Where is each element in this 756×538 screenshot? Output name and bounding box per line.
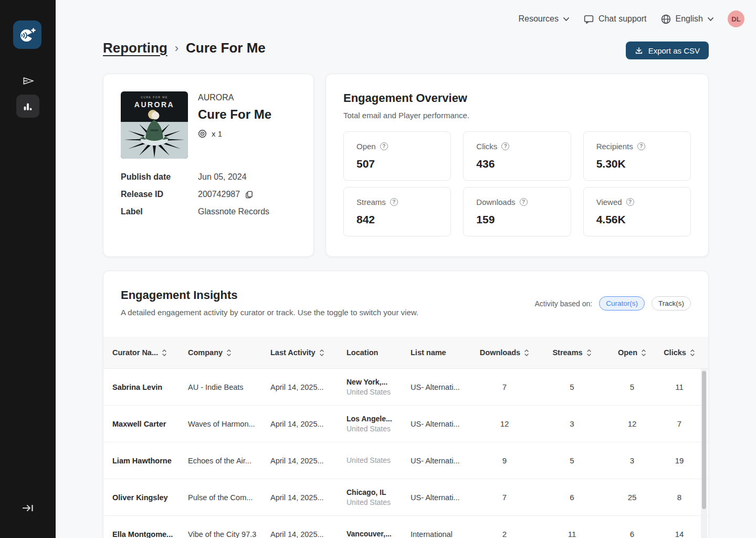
table-row[interactable]: Oliver Kingsley Pulse of the Com... Apri… [103, 479, 708, 516]
stat-viewed: Viewed? 4.56K [583, 187, 691, 236]
engagement-overview-card: Engagement Overview Total email and Play… [326, 74, 709, 257]
svg-text:AURORA: AURORA [134, 100, 174, 109]
column-header-last-activity[interactable]: Last Activity [270, 348, 346, 357]
clicks-cell: 19 [658, 456, 700, 465]
sort-icon [641, 349, 646, 357]
stat-value: 842 [356, 213, 438, 226]
breadcrumb-reporting-link[interactable]: Reporting [103, 40, 167, 56]
help-icon[interactable]: ? [520, 198, 528, 206]
location-cell: Vancouver,... [346, 529, 411, 538]
last-activity-cell: April 14, 2025... [270, 493, 346, 502]
company-cell: Pulse of the Com... [188, 493, 270, 502]
downloads-cell: 7 [471, 382, 538, 391]
column-header-clicks[interactable]: Clicks [658, 348, 700, 357]
streams-cell: 5 [538, 382, 606, 391]
release-id-label: Release ID [121, 190, 198, 199]
list-name-cell: US- Alternati... [411, 420, 471, 428]
main-content: Resources Chat support Eng [56, 0, 756, 538]
downloads-cell: 7 [471, 493, 538, 502]
help-icon[interactable]: ? [501, 142, 509, 150]
release-title: Cure For Me [198, 107, 271, 122]
language-label: English [676, 14, 703, 24]
company-cell: Echoes of the Air... [188, 457, 270, 465]
column-header-open[interactable]: Open [606, 348, 658, 357]
column-header-company[interactable]: Company [188, 348, 270, 357]
table-scrollbar-thumb[interactable] [702, 371, 706, 509]
publish-date-label: Publish date [121, 172, 198, 182]
help-icon[interactable]: ? [390, 198, 398, 206]
album-art: CURE FOR ME AURORA [121, 91, 188, 159]
help-icon[interactable]: ? [626, 198, 634, 206]
engagement-table: Curator Na... Company Last Activity Loca… [103, 337, 708, 538]
curator-name-cell: Sabrina Levin [112, 383, 188, 391]
resources-menu[interactable]: Resources [518, 14, 569, 24]
stat-label: Recipients [596, 142, 633, 151]
sort-icon [319, 349, 324, 357]
activity-based-on-label: Activity based on: [535, 299, 593, 308]
sort-icon [524, 349, 529, 357]
column-header-downloads[interactable]: Downloads [471, 348, 538, 357]
breadcrumb: Reporting › Cure For Me [103, 40, 266, 56]
location-cell: Chicago, IL United States [346, 488, 411, 508]
stat-label: Streams [356, 198, 386, 206]
copy-icon[interactable] [245, 190, 254, 199]
stat-open: Open? 507 [343, 131, 451, 181]
page-title: Cure For Me [186, 40, 266, 56]
table-row[interactable]: Liam Hawthorne Echoes of the Air... Apri… [103, 442, 708, 479]
export-csv-button[interactable]: Export as CSV [626, 42, 709, 59]
table-row[interactable]: Sabrina Levin AU - Indie Beats April 14,… [103, 369, 708, 406]
streams-cell: 6 [538, 493, 606, 502]
stat-label: Viewed [596, 198, 622, 206]
track-count-label: x 1 [212, 129, 222, 138]
open-cell: 3 [606, 456, 658, 465]
sort-icon [586, 349, 592, 357]
help-icon[interactable]: ? [380, 142, 388, 150]
send-icon [20, 74, 35, 88]
column-header-curator-name[interactable]: Curator Na... [112, 348, 188, 357]
resources-label: Resources [518, 14, 558, 24]
overview-title: Engagement Overview [343, 91, 691, 105]
chat-support-button[interactable]: Chat support [583, 14, 647, 25]
stat-value: 4.56K [596, 213, 678, 226]
user-avatar[interactable]: DL [728, 11, 744, 27]
open-cell: 6 [606, 530, 658, 538]
sort-icon [226, 349, 232, 357]
sidebar-item-reporting[interactable] [16, 95, 39, 118]
stat-label: Clicks [476, 142, 497, 151]
column-header-streams[interactable]: Streams [538, 348, 606, 357]
sidebar [0, 0, 56, 538]
curator-name-cell: Ella Montgome... [112, 530, 188, 538]
curator-name-cell: Liam Hawthorne [112, 457, 188, 465]
publish-date-value: Jun 05, 2024 [198, 172, 247, 182]
toggle-curators-button[interactable]: Curator(s) [599, 296, 645, 311]
downloads-cell: 9 [471, 456, 538, 465]
help-icon[interactable]: ? [637, 142, 645, 150]
stat-downloads: Downloads? 159 [463, 187, 571, 236]
last-activity-cell: April 14, 2025... [270, 420, 346, 428]
table-header-row: Curator Na... Company Last Activity Loca… [103, 337, 708, 369]
list-name-cell: US- Alternati... [411, 457, 471, 465]
release-card: CURE FOR ME AURORA AURORA Cure For Me x [103, 74, 314, 257]
last-activity-cell: April 14, 2025... [270, 530, 346, 538]
collapse-sidebar-button[interactable] [20, 501, 36, 515]
app-logo-icon[interactable] [13, 20, 41, 49]
stat-value: 159 [476, 213, 558, 226]
toggle-tracks-button[interactable]: Track(s) [652, 296, 691, 311]
top-bar: Resources Chat support Eng [518, 11, 744, 27]
overview-subtitle: Total email and Player performance. [343, 111, 691, 120]
engagement-insights-card: Engagement Insights A detailed engagemen… [103, 271, 709, 538]
collapse-sidebar-icon [21, 502, 35, 514]
table-row[interactable]: Maxwell Carter Waves of Harmon... April … [103, 406, 708, 442]
download-icon [635, 46, 643, 55]
last-activity-cell: April 14, 2025... [270, 457, 346, 465]
disc-icon [198, 129, 207, 138]
stat-label: Open [356, 142, 376, 151]
activity-toggle: Activity based on: Curator(s) Track(s) [535, 296, 691, 311]
language-selector[interactable]: English [660, 14, 714, 25]
company-cell: Vibe of the City 97.3 [188, 530, 270, 538]
open-cell: 25 [606, 493, 658, 502]
table-row[interactable]: Ella Montgome... Vibe of the City 97.3 A… [103, 516, 708, 538]
curator-name-cell: Maxwell Carter [112, 420, 188, 428]
sidebar-item-send[interactable] [16, 69, 39, 92]
list-name-cell: International [411, 530, 471, 538]
